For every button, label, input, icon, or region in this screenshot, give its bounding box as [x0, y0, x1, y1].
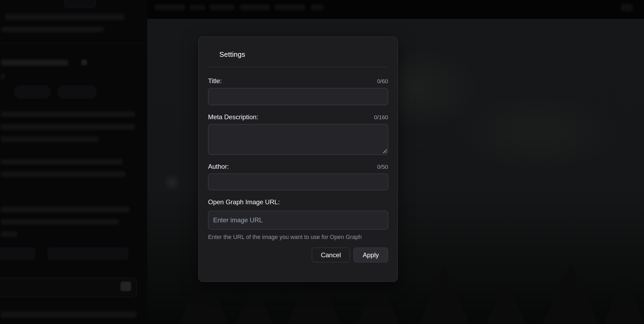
dimmed-text-line: [1, 111, 135, 117]
dimmed-text-line: [1, 74, 5, 79]
meta-description-textarea[interactable]: [208, 124, 388, 155]
author-counter: 0/50: [377, 164, 388, 170]
title-counter: 0/60: [377, 78, 388, 84]
dimmed-text-line: [5, 14, 124, 20]
dimmed-breadcrumb-item: [155, 4, 185, 10]
og-image-url-input[interactable]: [208, 211, 388, 230]
tree-silhouette: [604, 276, 644, 324]
dimmed-text-line: [1, 171, 126, 177]
dimmed-text-line: [1, 231, 17, 237]
send-icon: [120, 281, 131, 291]
dimmed-text-line: [1, 207, 130, 212]
dimmed-breadcrumb-item: [190, 5, 205, 10]
dimmed-text-line: [1, 159, 123, 165]
meta-description-counter: 0/160: [374, 114, 388, 121]
dimmed-action-pill: [58, 86, 96, 98]
app-window: Settings Title: 0/60 Meta Description: 0…: [0, 0, 644, 324]
meta-description-label: Meta Description:: [208, 113, 258, 121]
settings-modal: Settings Title: 0/60 Meta Description: 0…: [198, 37, 398, 282]
dimmed-action-pill: [0, 248, 35, 260]
dimmed-text-line: [1, 124, 135, 130]
cancel-button[interactable]: Cancel: [312, 248, 350, 262]
modal-title: Settings: [219, 50, 388, 59]
dimmed-menu-icon: [621, 4, 633, 11]
tree-silhouette: [542, 262, 599, 324]
dimmed-topbar: [147, 0, 644, 19]
sidebar-divider: [0, 43, 147, 43]
author-label: Author:: [208, 163, 229, 170]
dimmed-text-line: [1, 27, 104, 32]
tree-silhouette: [357, 278, 400, 324]
dimmed-action-pill: [15, 86, 51, 98]
title-label: Title:: [208, 77, 222, 85]
dimmed-sidebar-tab: [64, 0, 96, 8]
dimmed-text-line: [1, 312, 136, 318]
apply-button[interactable]: Apply: [353, 248, 388, 262]
dimmed-text-line: [1, 136, 99, 142]
dimmed-breadcrumb-item: [311, 4, 324, 10]
close-icon: [81, 59, 87, 65]
title-input[interactable]: [208, 88, 388, 105]
dimmed-chat-sidebar: [0, 0, 147, 324]
og-image-url-label: Open Graph Image URL:: [208, 198, 280, 206]
tree-silhouette: [486, 281, 526, 324]
dimmed-text-line: [1, 60, 68, 66]
modal-divider: [208, 67, 388, 67]
tree-silhouette: [236, 284, 274, 324]
author-input[interactable]: [208, 174, 388, 190]
tree-silhouette: [419, 265, 470, 324]
dimmed-breadcrumb-item: [240, 4, 270, 10]
og-image-url-helper: Enter the URL of the image you want to u…: [208, 234, 388, 241]
dimmed-breadcrumb-item: [210, 4, 234, 10]
dimmed-chat-input: [0, 278, 137, 297]
dimmed-text-line: [1, 219, 119, 225]
dimmed-breadcrumb-item: [275, 4, 305, 10]
dimmed-action-pill: [48, 248, 128, 260]
